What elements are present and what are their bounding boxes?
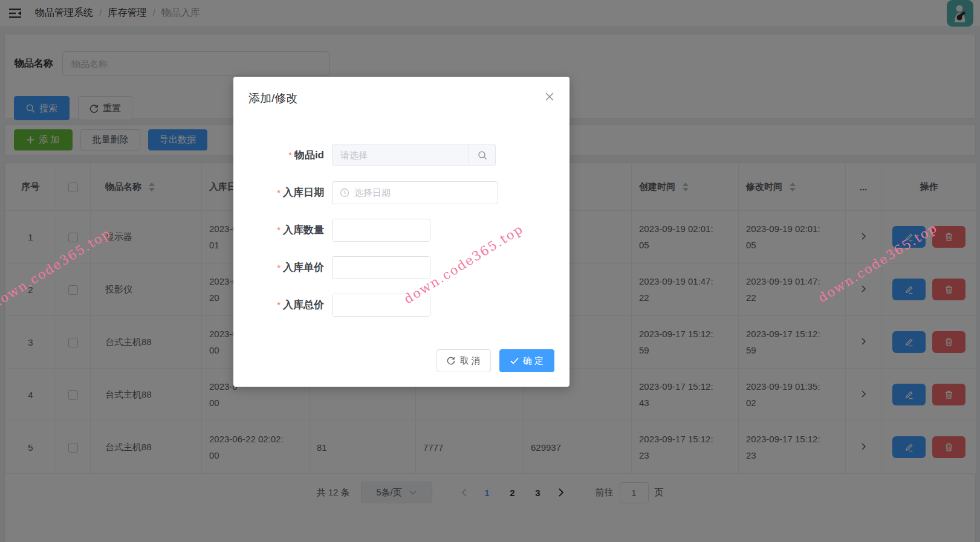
total-price-input[interactable] [333, 294, 430, 316]
unit-price-number-input [332, 256, 430, 279]
add-edit-dialog: 添加/修改 *物品id *入库日期 [233, 77, 570, 387]
form-row-total-price: *入库总价 [233, 294, 570, 316]
clock-icon [340, 188, 349, 198]
form-row-item-id: *物品id [233, 144, 570, 166]
refresh-left-icon [447, 356, 455, 365]
form-row-qty: *入库数量 [233, 219, 570, 241]
cancel-button[interactable]: 取 消 [436, 349, 491, 372]
form-row-in-date: *入库日期 [233, 181, 570, 204]
search-icon [478, 150, 487, 160]
field-label: *入库单价 [233, 260, 324, 274]
qty-number-input [332, 219, 430, 242]
dialog-title: 添加/修改 [248, 92, 297, 105]
field-label: *入库总价 [233, 298, 324, 312]
item-id-select [332, 144, 496, 166]
unit-price-input[interactable] [333, 257, 430, 279]
total-price-number-input [332, 294, 430, 317]
field-label: *物品id [233, 148, 324, 162]
field-label: *入库数量 [233, 223, 324, 237]
in-date-picker[interactable] [332, 181, 498, 204]
item-id-search-button[interactable] [469, 144, 495, 166]
form-row-unit-price: *入库单价 [233, 256, 570, 279]
item-id-input[interactable] [333, 144, 469, 166]
field-label: *入库日期 [233, 186, 324, 199]
page-root: 物品管理系统 / 库存管理 / 物品入库 物品名称 搜索 [0, 0, 980, 542]
confirm-button[interactable]: 确 定 [499, 349, 554, 372]
check-icon [510, 357, 519, 364]
qty-input[interactable] [333, 219, 430, 241]
close-icon[interactable] [544, 91, 555, 102]
in-date-input[interactable] [354, 187, 490, 198]
